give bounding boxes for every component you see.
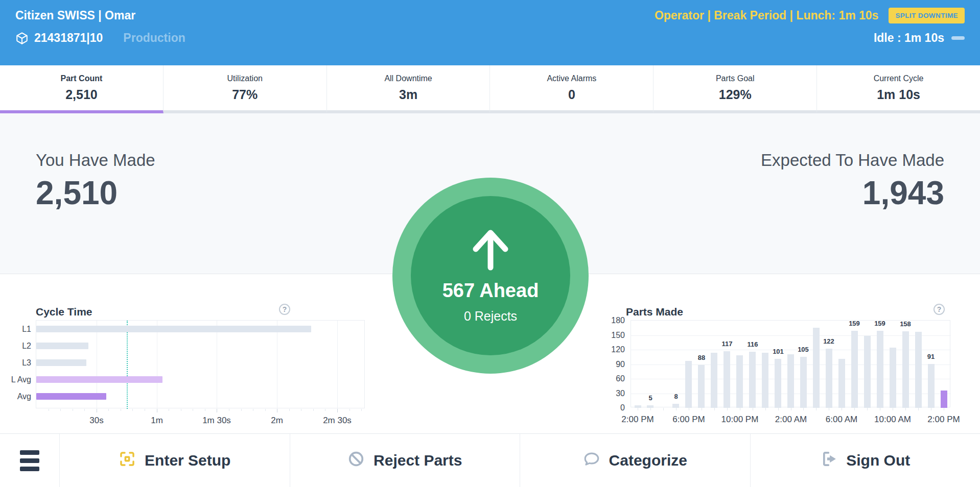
axis-minor-tick [60,409,61,411]
axis-tick [944,408,944,410]
menu-button[interactable] [0,434,60,487]
grid-line [277,321,277,409]
parts-made-title: Parts Made [626,306,683,318]
bar-value-label: 116 [741,340,764,348]
axis-minor-tick [84,409,85,411]
x-tick-label: 6:00 PM [661,415,717,425]
bottom-nav: Enter Setup Reject Parts Categorize Sign… [0,433,980,487]
tab-part-count[interactable]: Part Count 2,510 [0,65,164,113]
grid-line [337,321,338,409]
sign-out-button[interactable]: Sign Out [751,434,980,487]
axis-minor-tick [301,409,301,411]
tab-value: 129% [654,87,816,102]
tab-active-alarms[interactable]: Active Alarms 0 [490,65,654,113]
y-tick-label: 120 [597,345,625,354]
grid-line [157,321,157,409]
expected-value: 1,943 [761,174,944,212]
made-label: You Have Made [36,151,155,170]
parts-made-block: You Have Made 2,510 [36,151,155,212]
bar-value-label: 122 [818,337,840,345]
minimize-icon[interactable] [951,36,965,40]
axis-minor-tick [108,409,109,411]
axis-tick [650,408,651,410]
cycle-bar [36,393,106,400]
parts-bar [724,351,730,408]
axis-tick [842,408,842,410]
parts-bar [800,357,807,408]
sign-out-label: Sign Out [846,452,910,469]
target-cycle-line [127,321,128,409]
parts-made-help-icon[interactable]: ? [934,304,945,315]
parts-bar [877,331,883,408]
tab-label: Parts Goal [654,74,816,83]
progress-circle-inner: 567 Ahead 0 Rejects [411,196,570,355]
cycle-bar [36,326,311,332]
axis-minor-tick [193,409,193,411]
axis-minor-tick [132,409,133,411]
enter-setup-button[interactable]: Enter Setup [60,434,290,487]
axis-tick [791,408,791,410]
axis-tick [638,408,638,410]
axis-tick [740,408,740,410]
expected-label: Expected To Have Made [761,151,944,170]
axis-minor-tick [361,409,362,411]
tab-parts-goal[interactable]: Parts Goal 129% [654,65,817,113]
y-tick-label: 90 [597,360,625,369]
bar-value-label: 105 [792,346,814,353]
axis-tick [816,408,816,410]
parts-bar [635,405,641,408]
axis-minor-tick [313,409,314,411]
reject-parts-label: Reject Parts [374,452,462,469]
ban-icon [347,450,365,471]
tab-all-downtime[interactable]: All Downtime 3m [327,65,491,113]
tab-utilization[interactable]: Utilization 77% [164,65,327,113]
parts-bar [941,391,947,408]
bar-value-label: 117 [716,340,738,348]
axis-minor-tick [73,409,73,411]
axis-minor-tick [265,409,266,411]
axis-tick [765,408,766,410]
reject-parts-button[interactable]: Reject Parts [290,434,521,487]
stats-tab-bar: Part Count 2,510 Utilization 77% All Dow… [0,65,980,113]
x-tick-label: 2:00 PM [916,415,972,425]
made-value: 2,510 [36,174,155,212]
tab-label: Active Alarms [490,74,653,83]
x-tick-label: 2m 30s [307,416,368,426]
progress-circle: 567 Ahead 0 Rejects [392,178,589,374]
axis-tick [893,408,893,410]
split-downtime-button[interactable]: SPLIT DOWNTIME [889,8,965,23]
ahead-count: 567 Ahead [442,280,539,302]
machine-title: Citizen SWISS | Omar [15,9,135,22]
mode-label: Production [123,31,185,45]
x-tick-label: 10:00 PM [712,415,768,425]
setup-icon [119,450,136,471]
axis-tick [689,408,689,410]
axis-tick [753,408,753,410]
up-arrow-icon [468,228,513,273]
axis-minor-tick [121,409,121,411]
axis-minor-tick [349,409,350,411]
axis-tick [714,408,715,410]
header-row-1: Citizen SWISS | Omar Operator | Break Pe… [15,8,965,23]
parts-bar [787,354,794,408]
axis-minor-tick [289,409,290,411]
tab-value: 77% [164,87,326,102]
tab-current-cycle[interactable]: Current Cycle 1m 10s [817,65,980,113]
axis-minor-tick [241,409,242,411]
row-label: L Avg [4,375,31,384]
tab-value: 2,510 [0,87,163,102]
row-label: L2 [4,342,31,351]
parts-bar [915,332,922,408]
hamburger-icon [20,467,39,471]
axis-minor-tick [253,409,253,411]
axis-tick [931,408,931,410]
tab-label: All Downtime [327,74,490,83]
parts-bar [902,331,909,408]
axis-tick [157,409,157,412]
categorize-button[interactable]: Categorize [520,434,751,487]
cycle-bar [36,376,162,383]
axis-tick [676,408,676,410]
parts-bar [711,353,717,408]
cycle-time-help-icon[interactable]: ? [279,304,290,315]
parts-bar [928,364,935,408]
